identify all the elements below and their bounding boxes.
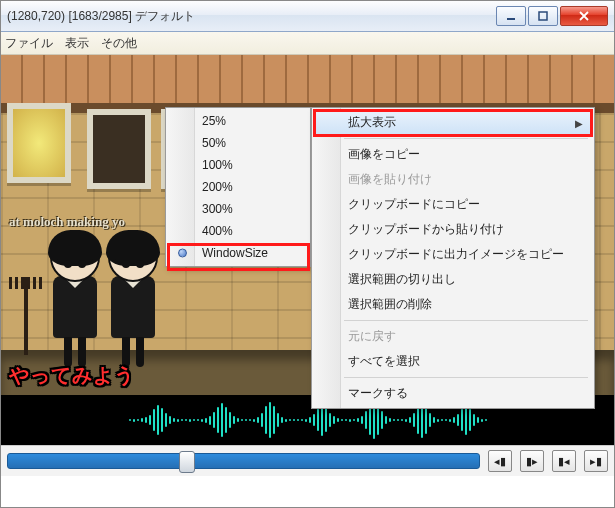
zoom-option[interactable]: WindowSize: [168, 242, 308, 264]
menu-item-clip-copy[interactable]: クリップボードにコピー: [314, 192, 592, 217]
decor-character: [103, 232, 163, 367]
menu-file[interactable]: ファイル: [5, 35, 53, 52]
svg-rect-0: [507, 18, 515, 20]
zoom-option[interactable]: 100%: [168, 154, 308, 176]
menu-item-select-all[interactable]: すべてを選択: [314, 349, 592, 374]
menu-other[interactable]: その他: [101, 35, 137, 52]
context-menu: 拡大表示▶ 画像をコピー 画像を貼り付け クリップボードにコピー クリップボード…: [311, 107, 595, 409]
close-button[interactable]: [560, 6, 608, 26]
decor-character: [45, 232, 105, 367]
menu-item-paste-image: 画像を貼り付け: [314, 167, 592, 192]
zoom-option[interactable]: 300%: [168, 198, 308, 220]
zoom-option[interactable]: 25%: [168, 110, 308, 132]
scrub-slider[interactable]: [7, 453, 480, 469]
menu-item-clip-output[interactable]: クリップボードに出力イメージをコピー: [314, 242, 592, 267]
go-end-button[interactable]: ▸▮: [584, 450, 608, 472]
step-back-button[interactable]: ◂▮: [488, 450, 512, 472]
subtitle-top: at moloch making yo: [9, 215, 125, 228]
decor-rake: [9, 277, 43, 355]
window-title: (1280,720) [1683/2985] デフォルト: [7, 8, 496, 25]
menu-item-delete-selection[interactable]: 選択範囲の削除: [314, 292, 592, 317]
zoom-option[interactable]: 200%: [168, 176, 308, 198]
chevron-right-icon: ▶: [575, 117, 583, 128]
maximize-button[interactable]: [528, 6, 558, 26]
step-fwd-button[interactable]: ▮▸: [520, 450, 544, 472]
zoom-option[interactable]: 50%: [168, 132, 308, 154]
menu-item-clip-paste[interactable]: クリップボードから貼り付け: [314, 217, 592, 242]
menu-item-undo: 元に戻す: [314, 324, 592, 349]
decor-window: [7, 103, 71, 183]
menu-item-cut-selection[interactable]: 選択範囲の切り出し: [314, 267, 592, 292]
window-titlebar: (1280,720) [1683/2985] デフォルト: [1, 1, 614, 32]
transport-bar: ◂▮ ▮▸ ▮◂ ▸▮: [1, 445, 614, 476]
zoom-submenu: 25%50%100%200%300%400%WindowSize: [165, 107, 311, 267]
subtitle-bottom: やってみよう: [9, 362, 135, 389]
menu-item-zoom[interactable]: 拡大表示▶: [314, 110, 592, 135]
menu-bar: ファイル 表示 その他: [1, 32, 614, 55]
go-start-button[interactable]: ▮◂: [552, 450, 576, 472]
decor-window: [87, 109, 151, 189]
zoom-option[interactable]: 400%: [168, 220, 308, 242]
menu-view[interactable]: 表示: [65, 35, 89, 52]
menu-item-mark[interactable]: マークする: [314, 381, 592, 406]
svg-rect-1: [539, 12, 547, 20]
minimize-button[interactable]: [496, 6, 526, 26]
menu-item-copy-image[interactable]: 画像をコピー: [314, 142, 592, 167]
